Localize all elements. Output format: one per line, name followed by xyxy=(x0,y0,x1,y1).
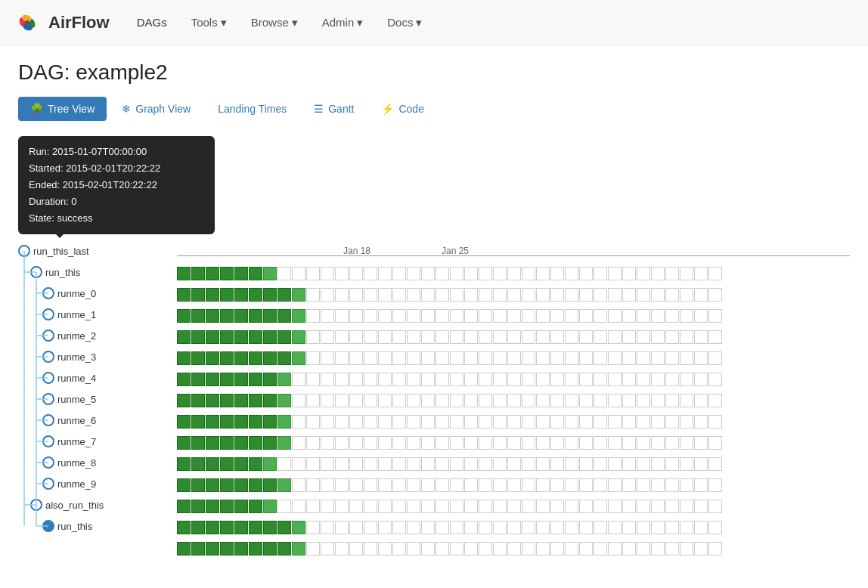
tree-node-runme-7-9[interactable]: runme_7 xyxy=(18,431,177,452)
grid-cell[interactable] xyxy=(436,373,449,386)
grid-cell[interactable] xyxy=(191,373,205,386)
grid-cell[interactable] xyxy=(536,415,550,429)
grid-cell[interactable] xyxy=(220,330,234,344)
grid-cell[interactable] xyxy=(507,288,521,302)
grid-cell[interactable] xyxy=(249,394,262,407)
grid-cell[interactable] xyxy=(507,436,521,450)
grid-cell[interactable] xyxy=(550,394,564,407)
grid-cell[interactable] xyxy=(321,436,334,450)
grid-cell[interactable] xyxy=(637,394,650,407)
grid-cell[interactable] xyxy=(263,436,277,450)
grid-cell[interactable] xyxy=(263,542,277,556)
grid-cell[interactable] xyxy=(680,309,693,323)
grid-cell[interactable] xyxy=(694,309,708,323)
grid-cell[interactable] xyxy=(378,521,392,534)
grid-cell[interactable] xyxy=(493,500,507,513)
grid-cell[interactable] xyxy=(450,478,463,492)
grid-cell[interactable] xyxy=(177,309,191,323)
tab-landing-times[interactable]: Landing Times xyxy=(206,97,299,121)
grid-cell[interactable] xyxy=(392,351,406,365)
grid-cell[interactable] xyxy=(594,267,607,280)
grid-cell[interactable] xyxy=(234,330,248,344)
grid-cell[interactable] xyxy=(263,500,277,513)
grid-cell[interactable] xyxy=(708,478,722,492)
grid-cell[interactable] xyxy=(220,373,234,386)
grid-cell[interactable] xyxy=(407,288,420,302)
grid-cell[interactable] xyxy=(536,436,550,450)
grid-cell[interactable] xyxy=(306,415,320,429)
grid-cell[interactable] xyxy=(680,457,693,471)
grid-cell[interactable] xyxy=(378,288,392,302)
grid-cell[interactable] xyxy=(579,478,593,492)
grid-cell[interactable] xyxy=(608,436,622,450)
grid-cell[interactable] xyxy=(321,478,334,492)
grid-cell[interactable] xyxy=(680,478,693,492)
grid-cell[interactable] xyxy=(277,457,291,471)
grid-cell[interactable] xyxy=(708,436,722,450)
grid-cell[interactable] xyxy=(220,288,234,302)
grid-cell[interactable] xyxy=(680,394,693,407)
grid-cell[interactable] xyxy=(421,436,435,450)
grid-cell[interactable] xyxy=(364,288,377,302)
grid-cell[interactable] xyxy=(522,521,535,534)
grid-cell[interactable] xyxy=(708,288,722,302)
grid-cell[interactable] xyxy=(680,542,693,556)
grid-cell[interactable] xyxy=(191,309,205,323)
grid-cell[interactable] xyxy=(708,330,722,344)
grid-cell[interactable] xyxy=(708,415,722,429)
grid-cell[interactable] xyxy=(536,542,550,556)
grid-cell[interactable] xyxy=(694,330,708,344)
grid-cell[interactable] xyxy=(249,288,262,302)
grid-cell[interactable] xyxy=(608,309,622,323)
grid-cell[interactable] xyxy=(522,373,535,386)
grid-cell[interactable] xyxy=(536,309,550,323)
grid-cell[interactable] xyxy=(565,478,578,492)
grid-cell[interactable] xyxy=(335,500,349,513)
tree-node-run-this-last-0[interactable]: run_this_last xyxy=(18,240,177,262)
grid-cell[interactable] xyxy=(306,457,320,471)
grid-cell[interactable] xyxy=(349,500,363,513)
grid-cell[interactable] xyxy=(277,478,291,492)
grid-cell[interactable] xyxy=(565,373,578,386)
grid-cell[interactable] xyxy=(421,415,435,429)
grid-cell[interactable] xyxy=(694,351,708,365)
grid-cell[interactable] xyxy=(234,309,248,323)
grid-cell[interactable] xyxy=(335,542,349,556)
grid-cell[interactable] xyxy=(479,394,492,407)
grid-cell[interactable] xyxy=(234,521,248,534)
grid-cell[interactable] xyxy=(436,267,449,280)
grid-cell[interactable] xyxy=(364,521,377,534)
grid-cell[interactable] xyxy=(191,351,205,365)
grid-cell[interactable] xyxy=(479,330,492,344)
grid-cell[interactable] xyxy=(694,542,708,556)
grid-cell[interactable] xyxy=(249,267,262,280)
grid-cell[interactable] xyxy=(450,373,463,386)
grid-cell[interactable] xyxy=(479,288,492,302)
grid-cell[interactable] xyxy=(335,394,349,407)
grid-cell[interactable] xyxy=(421,500,435,513)
grid-cell[interactable] xyxy=(306,267,320,280)
grid-cell[interactable] xyxy=(249,521,262,534)
grid-cell[interactable] xyxy=(220,309,234,323)
grid-cell[interactable] xyxy=(407,521,420,534)
grid-cell[interactable] xyxy=(651,267,665,280)
grid-cell[interactable] xyxy=(665,288,679,302)
grid-cell[interactable] xyxy=(335,436,349,450)
grid-cell[interactable] xyxy=(608,457,622,471)
grid-cell[interactable] xyxy=(234,542,248,556)
grid-cell[interactable] xyxy=(522,542,535,556)
grid-cell[interactable] xyxy=(479,521,492,534)
grid-cell[interactable] xyxy=(220,457,234,471)
grid-cell[interactable] xyxy=(206,521,219,534)
grid-cell[interactable] xyxy=(234,436,248,450)
grid-cell[interactable] xyxy=(665,436,679,450)
grid-cell[interactable] xyxy=(364,267,377,280)
grid-cell[interactable] xyxy=(450,436,463,450)
grid-cell[interactable] xyxy=(579,457,593,471)
grid-cell[interactable] xyxy=(637,351,650,365)
grid-cell[interactable] xyxy=(493,267,507,280)
grid-cell[interactable] xyxy=(651,542,665,556)
grid-cell[interactable] xyxy=(565,415,578,429)
grid-cell[interactable] xyxy=(392,542,406,556)
grid-cell[interactable] xyxy=(364,457,377,471)
